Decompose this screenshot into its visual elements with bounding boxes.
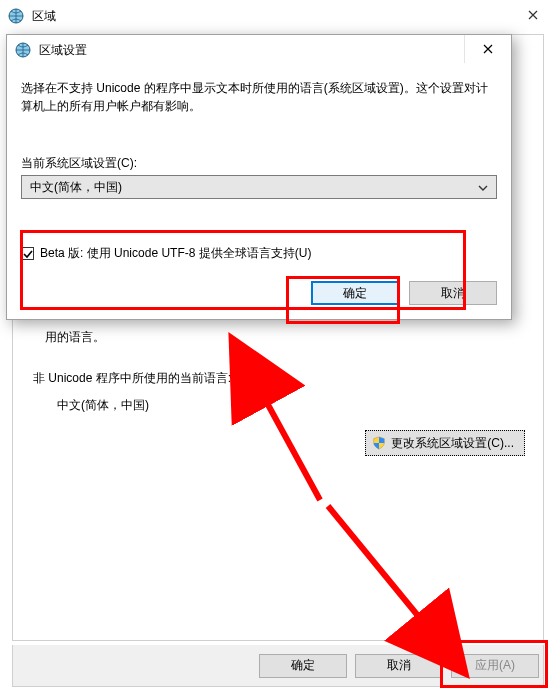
parent-truncated-text: 用的语言。 [45, 329, 105, 346]
region-settings-dialog: 区域设置 选择在不支持 Unicode 的程序中显示文本时所使用的语言(系统区域… [6, 34, 512, 320]
uac-shield-icon [372, 436, 386, 450]
parent-title-bar: 区域 [0, 0, 556, 32]
modal-cancel-label: 取消 [441, 285, 465, 302]
parent-apply-label: 应用(A) [475, 657, 515, 674]
modal-description: 选择在不支持 Unicode 的程序中显示文本时所使用的语言(系统区域设置)。这… [21, 79, 497, 115]
modal-ok-label: 确定 [343, 285, 367, 302]
globe-icon [15, 42, 31, 58]
system-locale-combobox[interactable]: 中文(简体，中国) [21, 175, 497, 199]
parent-cancel-label: 取消 [387, 657, 411, 674]
beta-utf8-checkbox[interactable] [21, 247, 34, 260]
parent-apply-button[interactable]: 应用(A) [451, 654, 539, 678]
modal-cancel-button[interactable]: 取消 [409, 281, 497, 305]
non-unicode-label: 非 Unicode 程序中所使用的当前语言: [33, 370, 231, 387]
parent-ok-label: 确定 [291, 657, 315, 674]
chevron-down-icon [478, 182, 488, 192]
parent-button-row: 确定 取消 应用(A) [12, 645, 544, 687]
parent-cancel-button[interactable]: 取消 [355, 654, 443, 678]
system-locale-label: 当前系统区域设置(C): [21, 155, 137, 172]
modal-button-row: 确定 取消 [311, 281, 497, 305]
modal-ok-button[interactable]: 确定 [311, 281, 399, 305]
parent-close-button[interactable] [510, 0, 556, 30]
globe-icon [8, 8, 24, 24]
modal-title-bar: 区域设置 [7, 35, 511, 65]
modal-close-button[interactable] [464, 35, 511, 63]
system-locale-value: 中文(简体，中国) [30, 179, 122, 196]
beta-utf8-option[interactable]: Beta 版: 使用 Unicode UTF-8 提供全球语言支持(U) [21, 245, 311, 262]
close-icon [528, 10, 538, 20]
beta-utf8-label: Beta 版: 使用 Unicode UTF-8 提供全球语言支持(U) [40, 245, 311, 262]
current-language-value: 中文(简体，中国) [57, 397, 149, 414]
check-icon [23, 249, 33, 259]
change-system-locale-label: 更改系统区域设置(C)... [391, 435, 514, 452]
parent-window-title: 区域 [32, 8, 56, 25]
parent-ok-button[interactable]: 确定 [259, 654, 347, 678]
modal-title: 区域设置 [39, 42, 87, 59]
close-icon [483, 44, 493, 54]
change-system-locale-button[interactable]: 更改系统区域设置(C)... [365, 430, 525, 456]
